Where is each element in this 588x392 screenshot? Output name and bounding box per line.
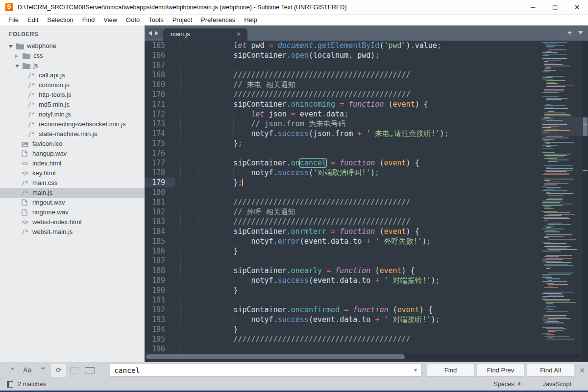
code-line[interactable]: 171 sipContainer.onincoming = function (… — [145, 99, 588, 109]
chevron-right-icon[interactable] — [15, 54, 18, 58]
tree-item-websit-main-js[interactable]: /*websit-main.js — [0, 227, 145, 237]
code-line[interactable]: 168 ////////////////////////////////////… — [145, 70, 588, 80]
tree-item-reconnecting-websocket-min-js[interactable]: /*reconnecting-websocket.min.js — [0, 119, 145, 129]
tab-nav-arrows[interactable] — [146, 28, 163, 39]
line-number[interactable]: 192 — [145, 305, 175, 315]
menu-file[interactable]: File — [4, 15, 23, 25]
tree-item-css[interactable]: css — [0, 51, 145, 61]
line-number[interactable]: 169 — [145, 80, 175, 90]
tree-item-md5-min-js[interactable]: /*md5.min.js — [0, 100, 145, 110]
code-line[interactable]: 182 // 外呼 相关通知 — [145, 207, 588, 217]
code-line[interactable]: 184 sipContainer.onrmterr = function (ev… — [145, 227, 588, 236]
code-line[interactable]: 185 notyf.error(event.data.to + ' 外呼失败!'… — [145, 236, 588, 246]
line-number[interactable]: 178 — [145, 168, 175, 178]
line-number[interactable]: 185 — [145, 236, 175, 246]
tree-item-main-css[interactable]: /*main.css — [0, 178, 145, 188]
tree-item-ringtone-wav[interactable]: ringtone.wav — [0, 208, 145, 217]
code-editor[interactable]: 165 let pwd = document.getElementById('p… — [145, 41, 588, 362]
tree-item-notyf-min-js[interactable]: /*notyf.min.js — [0, 110, 145, 119]
code-line[interactable]: 187 — [145, 256, 588, 266]
line-number[interactable]: 171 — [145, 99, 175, 109]
code-line[interactable]: 186 } — [145, 246, 588, 256]
line-number[interactable]: 167 — [145, 60, 175, 70]
line-number[interactable]: 196 — [145, 344, 175, 354]
line-number[interactable]: 188 — [145, 266, 175, 276]
chevron-down-icon[interactable] — [15, 65, 19, 68]
menu-view[interactable]: View — [99, 15, 122, 25]
menu-project[interactable]: Project — [168, 15, 196, 25]
code-line[interactable]: 174 notyf.success(json.from + ' 来电,请注意接听… — [145, 129, 588, 138]
line-number[interactable]: 166 — [145, 50, 175, 60]
line-number[interactable]: 193 — [145, 315, 175, 324]
code-line[interactable]: 178 notyf.success('对端取消呼叫!'); — [145, 168, 588, 178]
menu-find[interactable]: Find — [78, 15, 99, 25]
line-number[interactable]: 175 — [145, 138, 175, 148]
tree-item-ringout-wav[interactable]: ringout.wav — [0, 198, 145, 208]
line-number[interactable]: 194 — [145, 324, 175, 334]
code-line[interactable]: 170 ////////////////////////////////////… — [145, 90, 588, 99]
in-selection-toggle[interactable] — [67, 364, 82, 377]
vertical-scrollbar[interactable] — [582, 41, 588, 362]
code-line[interactable]: 193 notyf.success(event.data.to + ' 对端接听… — [145, 315, 588, 324]
find-panel-close-icon[interactable]: ✕ — [579, 364, 585, 377]
code-line[interactable]: 172 let json = event.data; — [145, 109, 588, 119]
tree-item-http-tools-js[interactable]: /*http-tools.js — [0, 90, 145, 100]
code-line[interactable]: 183 ////////////////////////////////////… — [145, 217, 588, 227]
line-number[interactable]: 195 — [145, 334, 175, 344]
highlight-matches-toggle[interactable] — [82, 364, 98, 377]
tree-item-index-html[interactable]: <>index.html — [0, 159, 145, 168]
tab-overflow-icon[interactable] — [578, 31, 583, 34]
find-button[interactable]: Find — [427, 364, 474, 377]
tree-item-hangup-wav[interactable]: hangup.wav — [0, 149, 145, 159]
menu-preferences[interactable]: Preferences — [196, 15, 240, 25]
minimap[interactable] — [541, 41, 582, 362]
indentation-setting[interactable]: Spaces: 4 — [493, 378, 521, 391]
code-line[interactable]: 167 — [145, 60, 588, 70]
chevron-down-icon[interactable] — [9, 45, 13, 48]
syntax-setting[interactable]: JavaScript — [543, 378, 571, 391]
code-line[interactable]: 180 — [145, 187, 588, 197]
line-number[interactable]: 189 — [145, 276, 175, 285]
new-tab-icon[interactable]: + — [567, 27, 572, 38]
tree-item-call-api-js[interactable]: /*call.api.js — [0, 70, 145, 80]
line-number[interactable]: 176 — [145, 148, 175, 158]
code-line[interactable]: 195 ////////////////////////////////////… — [145, 334, 588, 344]
code-line[interactable]: 196 — [145, 344, 588, 354]
line-number[interactable]: 173 — [145, 119, 175, 129]
line-number[interactable]: 180 — [145, 187, 175, 197]
code-line[interactable]: 169 // 来电 相关通知 — [145, 80, 588, 90]
tree-item-key-html[interactable]: <>key.html — [0, 168, 145, 178]
case-sensitive-toggle[interactable]: Aa — [20, 364, 35, 377]
code-line[interactable]: 189 notyf.success(event.data.to + ' 对端振铃… — [145, 276, 588, 285]
find-prev-button[interactable]: Find Prev — [477, 364, 524, 377]
menu-goto[interactable]: Goto — [122, 15, 144, 25]
code-line[interactable]: 176 — [145, 148, 588, 158]
line-number[interactable]: 182 — [145, 207, 175, 217]
code-line[interactable]: 166 sipContainer.open(localnum, pwd); — [145, 50, 588, 60]
find-history-dropdown-icon[interactable]: ▼ — [410, 364, 421, 377]
menu-help[interactable]: Help — [240, 15, 262, 25]
tree-item-js[interactable]: js — [0, 61, 145, 70]
next-tab-icon[interactable] — [155, 31, 158, 36]
prev-tab-icon[interactable] — [148, 31, 152, 36]
line-number[interactable]: 190 — [145, 285, 175, 295]
code-line[interactable]: 192 sipContainer.onconfirmed = function … — [145, 305, 588, 315]
line-number[interactable]: 186 — [145, 246, 175, 256]
menu-tools[interactable]: Tools — [144, 15, 168, 25]
code-line[interactable]: 191 — [145, 295, 588, 305]
tree-item-main-js[interactable]: /*main.js — [0, 188, 145, 198]
maximize-button[interactable] — [544, 0, 566, 14]
line-number[interactable]: 174 — [145, 129, 175, 138]
sidebar-toggle-icon[interactable] — [7, 381, 13, 388]
code-line[interactable]: 165 let pwd = document.getElementById('p… — [145, 41, 588, 50]
close-button[interactable] — [566, 0, 588, 14]
line-number[interactable]: 168 — [145, 70, 175, 80]
find-all-button[interactable]: Find All — [527, 364, 574, 377]
line-number[interactable]: 191 — [145, 295, 175, 305]
tree-item-favicon-ico[interactable]: favicon.ico — [0, 139, 145, 149]
tree-item-websit-index-html[interactable]: <>websit-index.html — [0, 217, 145, 227]
tree-item-webphone[interactable]: webphone — [0, 41, 145, 51]
code-line[interactable]: 179 }; — [145, 178, 588, 187]
wrap-toggle[interactable]: ⟳ — [51, 364, 66, 377]
code-line[interactable]: 177 sipContainer.oncancel = function (ev… — [145, 158, 588, 168]
